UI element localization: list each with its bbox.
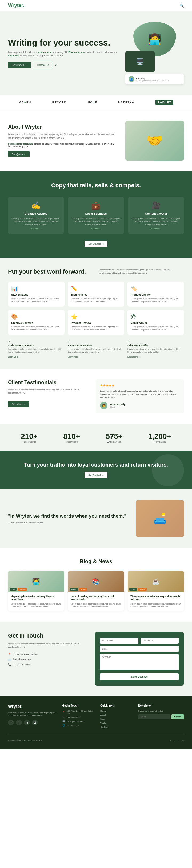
testimonial-stars: ★★★★★: [100, 384, 180, 388]
benefit-traffic-link[interactable]: Learn More →: [128, 356, 184, 358]
footer-contact-title: Get In Touch: [62, 704, 95, 707]
best-word-header: Put your best word forward. Lorem ipsum …: [8, 268, 184, 275]
hero-card-content: Lindsay Lorem ipsum dolor sit amet conse…: [136, 77, 169, 82]
message-field[interactable]: [100, 654, 179, 670]
blog-tags-1: Travel Business: [9, 588, 27, 591]
check-icon-conversion: ✓: [8, 340, 64, 343]
phone-icon: 📞: [8, 663, 11, 666]
footer-social-link-instagram[interactable]: ig: [177, 739, 179, 741]
benefit-bounce-link[interactable]: Learn More →: [68, 356, 124, 358]
newsletter-search-button[interactable]: Search: [171, 714, 184, 719]
social-youtube[interactable]: yt: [32, 720, 38, 725]
footer-location-icon: 📍: [62, 711, 65, 713]
service-grid: 📊 SEO Strategy Lorem ipsum dolor sit ame…: [8, 282, 184, 335]
content-creator-desc: Lorem ipsum dolor sit amet, consectetur …: [132, 217, 181, 226]
footer-social-link-linkedin[interactable]: in: [183, 739, 184, 741]
service-blog-articles: ✏️ Blog Articles Lorem ipsum dolor sit a…: [68, 282, 124, 307]
cta-button[interactable]: Get Started →: [85, 472, 107, 478]
copy-card-content-creator: 🎥 Content Creator Lorem ipsum dolor sit …: [128, 197, 184, 234]
stat-clients-number: 210+: [21, 432, 37, 441]
navbar: Wryter. 🔍: [0, 0, 192, 11]
footer-address: 📍 198 West 21th Street, Suite 721: [62, 710, 95, 715]
creative-agency-link[interactable]: Read More →: [11, 227, 60, 230]
footer-link-works[interactable]: Works: [100, 722, 133, 724]
contact-phone: 📞 +1 234 567 8910: [8, 663, 87, 666]
copy-section: Copy that tells, sells & compels. ✍ Crea…: [0, 171, 192, 258]
testimonials-section: Client Testimonials Lorem ipsum dolor si…: [0, 369, 192, 424]
local-business-link[interactable]: Read More →: [71, 227, 120, 230]
footer-link-about[interactable]: About: [100, 714, 133, 716]
service-product-review: ⭐ Product Review Lorem ipsum dolor sit a…: [68, 310, 124, 335]
contact-button[interactable]: Contact Us: [33, 62, 53, 68]
blog-tags-2: Reading Writing: [70, 588, 87, 591]
about-description: Lorem ipsum dolor sit amet, consectetur …: [8, 133, 120, 140]
get-started-button[interactable]: Get Started →: [8, 62, 31, 68]
hero-card-name: Lindsay: [136, 77, 169, 80]
benefit-bounce: ✓ Reduce Bounce Rate Lorem ipsum dolor s…: [68, 340, 124, 358]
explore-button[interactable]: Get Started →: [85, 241, 107, 247]
footer-social-link-twitter[interactable]: t: [170, 739, 171, 741]
footer-social-link-facebook[interactable]: f: [174, 739, 174, 741]
footer-link-home[interactable]: Home: [100, 710, 133, 712]
brand-home: HO⌂E: [88, 101, 97, 104]
search-icon[interactable]: 🔍: [180, 3, 184, 8]
footer-website: 🌐 yoursite.com: [62, 724, 95, 726]
creative-content-desc: Lorem ipsum dolor sit amet consectetur a…: [11, 326, 61, 331]
footer-web-icon: 🌐: [62, 724, 65, 726]
social-linkedin[interactable]: in: [24, 720, 30, 725]
creative-content-title: Creative Content: [11, 321, 61, 324]
social-twitter[interactable]: t: [16, 720, 22, 725]
social-facebook[interactable]: f: [8, 720, 14, 725]
footer-phone-icon: 📞: [62, 716, 65, 718]
stat-articles-label: Written Articles: [106, 441, 122, 443]
nav-logo: Wryter.: [8, 3, 24, 8]
stat-projects: 810+ Total Projects: [63, 432, 80, 443]
contact-address: 📍 22 Grove Street Garden: [8, 653, 87, 656]
newsletter-email-input[interactable]: [138, 714, 170, 719]
hero-card-text: Lorem ipsum dolor sit amet consectetur: [136, 80, 169, 82]
last-name-field[interactable]: [140, 638, 179, 644]
newsletter-form: Search: [138, 714, 184, 719]
footer-newsletter-col: Newsletter Subscribe to our mailing list…: [138, 704, 184, 730]
benefit-bounce-desc: Lorem ipsum dolor sit amet consectetur a…: [68, 348, 124, 353]
send-message-button[interactable]: Send Message: [100, 673, 179, 680]
hero-title: Writing for your success.: [8, 37, 120, 48]
copy-card-creative-agency: ✍ Creative Agency Lorem ipsum dolor sit …: [8, 197, 64, 234]
local-business-desc: Lorem ipsum dolor sit amet, consectetur …: [71, 217, 120, 226]
footer-quicklinks-col: Quicklinks Home About Blog Works Contact: [100, 704, 133, 730]
first-name-field[interactable]: [100, 638, 138, 644]
blog-post-1: 👩‍💻 Travel Business Maya Angelou's extra…: [8, 571, 64, 611]
content-creator-link[interactable]: Read More →: [132, 227, 181, 230]
benefit-conversion-link[interactable]: Learn More →: [8, 356, 64, 358]
testimonial-author: 👩 Jessica Emily Client: [100, 402, 180, 409]
service-product-caption: 🏷️ Product Caption Lorem ipsum dolor sit…: [128, 282, 184, 307]
about-highlight: Pellentesque bibendum efficitur et aliqu…: [8, 143, 120, 148]
best-word-description-area: Lorem ipsum dolor sit amet, consectetur …: [99, 268, 184, 275]
logo-text: Wryter.: [8, 3, 24, 8]
contact-title: Get In Touch: [8, 632, 87, 639]
blog-tag-writing: Writing: [79, 588, 87, 591]
quote-image: 🛋️: [136, 500, 184, 537]
get-quote-button[interactable]: Get Quote →: [8, 151, 30, 157]
benefit-traffic-desc: Lorem ipsum dolor sit amet consectetur a…: [128, 348, 184, 353]
footer-link-blog[interactable]: Blog: [100, 718, 133, 720]
footer-link-contact[interactable]: Contact: [100, 726, 133, 728]
benefit-traffic: ✓ Drive More Traffic Lorem ipsum dolor s…: [128, 340, 184, 358]
testimonial-card: ★★★★★ Lorem ipsum dolor sit amet, consec…: [96, 379, 184, 413]
product-caption-desc: Lorem ipsum dolor sit amet consectetur a…: [131, 297, 181, 303]
stat-blogs: 1,200+ Roaring Blogs: [148, 432, 171, 443]
see-more-button[interactable]: See More →: [8, 401, 29, 407]
blog-emoji-3: ☕: [152, 578, 160, 585]
email-field[interactable]: [100, 646, 179, 652]
contact-section: Get In Touch Lorem ipsum dolor sit amet …: [0, 622, 192, 696]
blog-tag-travel: Travel: [9, 588, 17, 591]
local-business-icon: 💼: [71, 201, 120, 210]
stat-blogs-label: Roaring Blogs: [148, 441, 171, 443]
blog-title: Blog & News: [8, 558, 184, 564]
blog-content-1: Maya Angelou's extra ordinary life and b…: [8, 592, 64, 611]
product-review-title: Product Review: [71, 321, 121, 324]
author-role: Client: [110, 406, 125, 408]
product-caption-icon: 🏷️: [131, 285, 181, 292]
content-creator-icon: 🎥: [132, 201, 181, 210]
avatar: 👩: [100, 402, 107, 409]
